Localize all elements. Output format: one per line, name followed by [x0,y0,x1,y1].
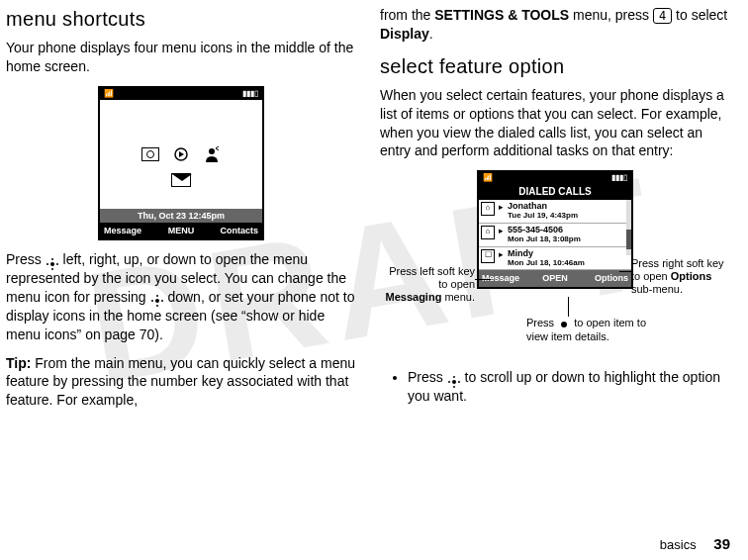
svg-point-1 [209,148,215,154]
page-footer: basics 39 [660,534,730,554]
signal-icon: 📶 [104,89,114,99]
svg-point-15 [458,381,460,383]
heading-select-feature: select feature option [380,53,730,80]
bullet-item: Press to scroll up or down to highlight … [408,368,730,406]
arrow-icon: ▸ [499,226,504,235]
call-entry: 555-345-4506 Mon Jul 18, 3:08pm [508,226,629,244]
footer-section: basics [660,537,697,552]
tip-text: From the main menu, you can quickly sele… [6,355,355,409]
call-name: Mindy [508,248,533,258]
signal-icon: 📶 [483,173,493,183]
text-fragment: sub-menu. [631,283,683,295]
keycap-4: 4 [653,8,672,24]
person-icon [203,145,221,163]
phone-home-screen: 📶 ▮▮▮▯ Thu, Oct 23 12:45pm Message [98,86,264,240]
right-column: from the SETTINGS & TOOLS menu, press 4 … [380,6,730,420]
text-fragment: Press [526,317,557,328]
phone2-body: ⌂ ▸ Jonathan Tue Jul 19, 4:43pm ⌂ ▸ 555-… [479,200,631,271]
softkey-right: Contacts [207,225,258,236]
call-time: Mon Jul 18, 3:08pm [508,234,581,243]
arrow-icon: ▸ [499,202,504,212]
callout-center-key: Press to open item to view item details. [526,317,655,343]
call-type-icon: ⌂ [481,202,495,216]
phone2-status-bar: 📶 ▮▮▮▯ [479,172,631,184]
text-fragment: Press [6,251,46,267]
svg-point-10 [156,295,158,297]
call-row: ☐ ▸ Mindy Mon Jul 18, 10:46am [479,247,631,271]
phone-softkey-bar: Message MENU Contacts [100,223,262,238]
svg-point-13 [452,380,456,384]
svg-point-16 [453,376,455,378]
nav-key-icon [46,253,59,267]
phone-date-line: Thu, Oct 23 12:45pm [100,209,262,223]
call-type-icon: ⌂ [481,226,495,239]
svg-point-8 [151,300,153,302]
text-fragment: menu, press [569,7,653,23]
heading-menu-shortcuts: menu shortcuts [6,6,356,33]
phone2-softkey-bar: Message OPEN Options [479,270,631,286]
call-row: ⌂ ▸ Jonathan Tue Jul 19, 4:43pm [479,200,631,224]
call-time: Mon Jul 18, 10:46am [508,258,585,267]
callout-connector [475,279,491,280]
call-row: ⌂ ▸ 555-345-4506 Mon Jul 18, 3:08pm [479,224,631,247]
envelope-icon [171,173,191,187]
svg-point-4 [56,263,58,265]
scrollbar [626,200,631,256]
call-entry: Jonathan Tue Jul 19, 4:43pm [508,202,629,221]
menu-name: SETTINGS & TOOLS [434,7,569,23]
phone-status-bar: 📶 ▮▮▮▯ [100,88,262,100]
softkey-center: MENU [155,225,207,236]
menu-item-display: Display [380,26,429,42]
callout-right-softkey: Press right soft key to open Options sub… [631,257,730,295]
call-time: Tue Jul 19, 4:43pm [508,211,578,220]
intro-paragraph: Your phone displays four menu icons in t… [6,39,356,76]
dialed-calls-figure: 📶 ▮▮▮▯ DIALED CALLS ⌂ ▸ Jonathan Tue Jul… [380,170,730,358]
nav-paragraph: Press left, right, up, or down to open t… [6,250,356,343]
battery-icon: ▮▮▮▯ [611,173,627,183]
softkey-right: Options [580,272,628,284]
call-name: Jonathan [508,201,547,211]
svg-point-12 [561,322,567,327]
left-column: menu shortcuts Your phone displays four … [6,6,356,420]
messaging-label: Messaging [386,291,442,303]
tip-label: Tip: [6,355,31,371]
arrow-icon: ▸ [499,249,504,259]
svg-point-7 [155,299,159,303]
svg-point-5 [51,258,53,260]
phone2-title: DIALED CALLS [479,184,631,200]
softkey-center: OPEN [530,272,579,284]
continuation-paragraph: from the SETTINGS & TOOLS menu, press 4 … [380,6,730,44]
bullet-list: Press to scroll up or down to highlight … [408,368,730,406]
center-key-icon [557,317,571,330]
phone-body [100,100,262,209]
svg-point-3 [47,263,48,265]
call-name: 555-345-4506 [508,225,563,234]
nav-key-icon [447,372,461,386]
text-fragment: Press left soft key to open [389,265,475,290]
feature-paragraph: When you select certain features, your p… [380,86,730,161]
callout-connector [568,297,569,317]
media-icon [173,146,189,162]
phone-dialed-calls: 📶 ▮▮▮▯ DIALED CALLS ⌂ ▸ Jonathan Tue Jul… [477,170,633,288]
footer-page-number: 39 [713,535,730,552]
text-fragment: menu. [441,291,475,303]
call-entry: Mindy Mon Jul 18, 10:46am [508,249,629,268]
svg-point-14 [448,381,450,383]
battery-icon: ▮▮▮▯ [242,89,258,99]
text-fragment: from the [380,7,434,23]
camera-icon [141,147,159,161]
callout-left-softkey: Press left soft key to open Messaging me… [380,265,475,303]
softkey-left: Message [104,225,155,236]
tip-paragraph: Tip: From the main menu, you can quickly… [6,354,356,411]
svg-point-9 [161,300,163,302]
nav-key-icon [150,291,164,305]
options-label: Options [671,270,712,282]
call-type-icon: ☐ [481,249,495,263]
text-fragment: to select [672,7,727,23]
svg-point-2 [50,262,54,266]
text-fragment: Press [408,369,447,385]
callout-connector [619,271,631,272]
text-fragment: . [429,26,433,42]
